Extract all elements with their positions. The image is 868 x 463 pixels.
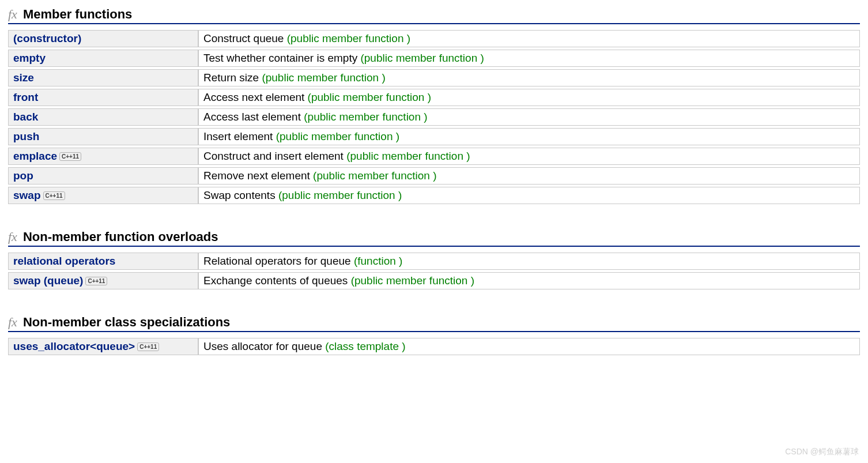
function-name-cell: push [8, 128, 198, 145]
function-name-cell: uses_allocator<queue>C++11 [8, 338, 198, 355]
table-row: swapC++11Swap contents (public member fu… [8, 187, 860, 204]
function-name-cell: relational operators [8, 253, 198, 270]
function-type: (public member function ) [304, 111, 427, 123]
function-desc-cell: Construct and insert element (public mem… [198, 148, 860, 165]
section: fxMember functions(constructor)Construct… [8, 7, 860, 206]
section-title: Non-member class specializations [23, 315, 230, 330]
cpp11-badge: C++11 [59, 152, 81, 161]
function-link[interactable]: (constructor) [13, 32, 81, 44]
function-link[interactable]: empty [13, 52, 46, 64]
function-desc-cell: Access last element (public member funct… [198, 108, 860, 126]
function-description: Return size [203, 71, 259, 84]
fx-icon: fx [8, 315, 17, 330]
function-description: Access next element [203, 91, 304, 103]
function-description: Uses allocator for queue [203, 340, 322, 352]
cpp11-badge: C++11 [85, 277, 107, 285]
function-table: (constructor)Construct queue (public mem… [8, 28, 860, 206]
function-link[interactable]: emplace [13, 150, 57, 162]
fx-icon: fx [8, 7, 17, 22]
function-desc-cell: Construct queue (public member function … [198, 30, 860, 47]
section-title: Non-member function overloads [23, 229, 218, 244]
function-description: Test whether container is empty [203, 52, 357, 64]
function-type: (public member function ) [351, 274, 474, 287]
function-link[interactable]: swap (queue) [13, 274, 83, 287]
function-table: uses_allocator<queue>C++11Uses allocator… [8, 336, 860, 357]
section-header: fxMember functions [8, 7, 860, 24]
function-link[interactable]: push [13, 130, 39, 142]
function-type: (public member function ) [278, 189, 402, 201]
function-name-cell: empty [8, 50, 198, 67]
function-description: Relational operators for queue [203, 255, 351, 267]
function-link[interactable]: back [13, 111, 38, 123]
function-link[interactable]: size [13, 71, 34, 84]
table-row: popRemove next element (public member fu… [8, 167, 860, 185]
function-type: (function ) [354, 255, 402, 267]
function-desc-cell: Access next element (public member funct… [198, 89, 860, 106]
function-description: Insert element [203, 130, 273, 142]
table-row: backAccess last element (public member f… [8, 108, 860, 126]
cpp11-badge: C++11 [43, 191, 65, 200]
table-row: (constructor)Construct queue (public mem… [8, 30, 860, 47]
section-header: fxNon-member function overloads [8, 229, 860, 247]
section: fxNon-member function overloadsrelationa… [8, 229, 860, 292]
table-row: emptyTest whether container is empty (pu… [8, 50, 860, 67]
function-link[interactable]: pop [13, 170, 33, 182]
function-desc-cell: Swap contents (public member function ) [198, 187, 860, 204]
function-desc-cell: Insert element (public member function ) [198, 128, 860, 145]
function-table: relational operatorsRelational operators… [8, 250, 860, 292]
cpp11-badge: C++11 [137, 342, 159, 351]
function-description: Remove next element [203, 170, 310, 182]
function-type: (public member function ) [308, 91, 431, 103]
function-desc-cell: Return size (public member function ) [198, 69, 860, 86]
section: fxNon-member class specializationsuses_a… [8, 315, 860, 357]
table-row: sizeReturn size (public member function … [8, 69, 860, 86]
function-description: Access last element [203, 111, 301, 123]
function-type: (public member function ) [276, 130, 399, 142]
function-link[interactable]: swap [13, 189, 41, 201]
function-desc-cell: Exchange contents of queues (public memb… [198, 272, 860, 289]
function-type: (public member function ) [262, 71, 385, 84]
function-name-cell: front [8, 89, 198, 106]
function-type: (public member function ) [287, 32, 410, 44]
table-row: emplaceC++11Construct and insert element… [8, 148, 860, 165]
function-name-cell: back [8, 108, 198, 126]
function-type: (public member function ) [313, 170, 436, 182]
function-type: (class template ) [325, 340, 405, 352]
table-row: relational operatorsRelational operators… [8, 253, 860, 270]
function-description: Construct and insert element [203, 150, 344, 162]
table-row: frontAccess next element (public member … [8, 89, 860, 106]
section-header: fxNon-member class specializations [8, 315, 860, 332]
function-name-cell: swapC++11 [8, 187, 198, 204]
function-link[interactable]: front [13, 91, 38, 103]
function-link[interactable]: relational operators [13, 255, 115, 267]
function-description: Exchange contents of queues [203, 274, 348, 287]
function-name-cell: pop [8, 167, 198, 185]
function-description: Swap contents [203, 189, 276, 201]
function-desc-cell: Uses allocator for queue (class template… [198, 338, 860, 355]
section-title: Member functions [23, 7, 132, 22]
function-desc-cell: Remove next element (public member funct… [198, 167, 860, 185]
function-name-cell: (constructor) [8, 30, 198, 47]
table-row: uses_allocator<queue>C++11Uses allocator… [8, 338, 860, 355]
function-description: Construct queue [203, 32, 284, 44]
table-row: pushInsert element (public member functi… [8, 128, 860, 145]
function-desc-cell: Relational operators for queue (function… [198, 253, 860, 270]
function-name-cell: swap (queue)C++11 [8, 272, 198, 289]
function-link[interactable]: uses_allocator<queue> [13, 340, 135, 352]
function-desc-cell: Test whether container is empty (public … [198, 50, 860, 67]
function-name-cell: size [8, 69, 198, 86]
table-row: swap (queue)C++11Exchange contents of qu… [8, 272, 860, 289]
function-type: (public member function ) [346, 150, 470, 162]
function-name-cell: emplaceC++11 [8, 148, 198, 165]
fx-icon: fx [8, 229, 17, 244]
function-type: (public member function ) [360, 52, 484, 64]
